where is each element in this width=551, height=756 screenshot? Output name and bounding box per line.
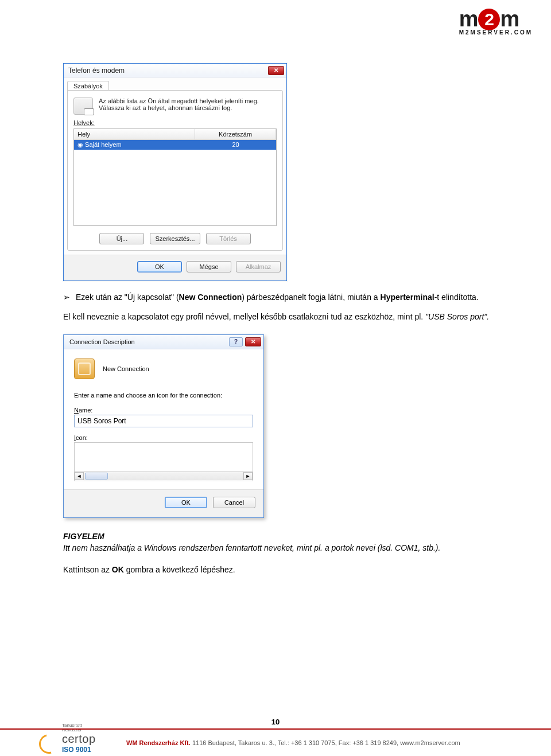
delete-button: Törlés [206, 233, 251, 244]
text: El kell neveznie a kapcsolatot egy profi… [63, 312, 423, 321]
text: gombra a következő lépéshez. [124, 565, 235, 574]
cancel-button[interactable]: Mégse [187, 261, 231, 272]
ok-button[interactable]: OK [137, 261, 182, 272]
edit-button[interactable]: Szerkesztés... [150, 233, 200, 244]
dialog-title: Telefon és modem [68, 67, 125, 75]
phone-icon [74, 358, 95, 379]
scroll-right-icon[interactable]: ► [243, 472, 253, 480]
row-areacode: 20 [195, 140, 276, 150]
name-input[interactable] [74, 415, 253, 427]
text-bold: New Connection [179, 293, 242, 302]
attention-body: Itt nem használhatja a Windows rendszerb… [63, 542, 502, 554]
closing-paragraph: Kattintson az OK gombra a következő lépé… [63, 564, 502, 575]
list-item[interactable]: Saját helyem 20 [74, 140, 276, 150]
text-bold-italic: FIGYELEM [63, 532, 104, 541]
locations-list[interactable]: Hely Körzetszám Saját helyem 20 [73, 128, 277, 226]
cancel-button[interactable]: Cancel [213, 497, 255, 508]
row-location: Saját helyem [85, 141, 122, 148]
column-location[interactable]: Hely [74, 129, 195, 139]
ok-button[interactable]: OK [165, 497, 207, 508]
locations-label: Helyek: [73, 119, 95, 126]
scroll-thumb[interactable] [85, 473, 108, 480]
close-icon[interactable]: ✕ [245, 337, 261, 346]
connection-description-dialog: Connection Description ? ✕ New Connectio… [63, 334, 264, 518]
modem-icon [73, 98, 93, 115]
company-logo: m 2 m M2MSERVER.COM [459, 7, 533, 36]
text: -t elindította. [434, 293, 479, 302]
scrollbar[interactable]: ◄ ► [74, 472, 253, 481]
new-button[interactable]: Új... [99, 233, 144, 244]
logo-letter: m [500, 7, 519, 32]
logo-subtitle: M2MSERVER.COM [459, 29, 533, 36]
logo-circle: 2 [478, 9, 500, 30]
text-bold: Hyperterminal [381, 293, 434, 302]
dialog-prompt: Enter a name and choose an icon for the … [74, 392, 253, 399]
text-bold: OK [112, 565, 124, 574]
scroll-left-icon[interactable]: ◄ [75, 472, 84, 480]
tab-rules[interactable]: Szabályok [67, 81, 109, 91]
column-areacode[interactable]: Körzetszám [195, 129, 276, 139]
dialog-title: Connection Description [69, 338, 135, 345]
bullet-paragraph: ➢ Ezek után az "Új kapcsolat" (New Conne… [63, 291, 502, 303]
icon-picker[interactable] [74, 442, 253, 472]
close-icon[interactable]: ✕ [268, 66, 284, 75]
attention-heading: FIGYELEM [63, 531, 502, 542]
icon-label: Icon: [74, 434, 253, 441]
text: ) párbeszédpanelt fogja látni, miután a [242, 293, 380, 302]
text: Ezek után az "Új kapcsolat" ( [76, 293, 179, 302]
bullet-icon: ➢ [63, 291, 70, 303]
name-label: Name: [74, 407, 253, 414]
dialog-description: Az alábbi lista az Ön által megadott hel… [99, 98, 277, 111]
page-footer: WM Rendszerház Kft. 1116 Budapest, Takar… [0, 728, 551, 756]
logo-letter: m [459, 7, 478, 32]
dialog-heading: New Connection [103, 365, 149, 372]
paragraph: El kell neveznie a kapcsolatot egy profi… [63, 311, 502, 322]
footer-text: 1116 Budapest, Takaros u. 3., Tel.: +36 … [192, 739, 460, 746]
help-icon[interactable]: ? [229, 337, 243, 346]
text: Kattintson az [63, 565, 112, 574]
apply-button: Alkalmaz [236, 261, 281, 272]
text-italic: "USB Soros port". [425, 312, 489, 321]
phone-modem-dialog: Telefon és modem ✕ Szabályok Az alábbi l… [63, 63, 287, 281]
